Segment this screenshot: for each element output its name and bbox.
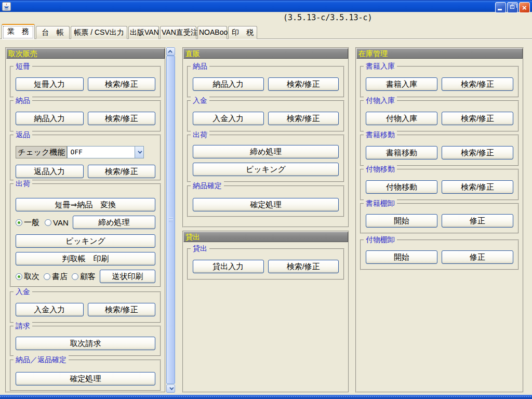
group-shoseki-ido: 書籍移動 書籍移動 検索/修正 — [360, 135, 519, 166]
minimize-button[interactable] — [495, 2, 506, 13]
chokuhan-kakutei-shori-button[interactable]: 確定処理 — [193, 198, 339, 211]
group-tanzaku: 短冊 短冊入力 検索/修正 — [10, 66, 161, 98]
scroll-down-button[interactable] — [166, 384, 175, 393]
tanzaku-search-button[interactable]: 検索/修正 — [88, 77, 156, 91]
group-nouhin: 納品 納品入力 検索/修正 — [10, 100, 161, 132]
tab-choyho-csv[interactable]: 帳票 / CSV出力 — [71, 26, 127, 39]
shoseki-ido-input-button[interactable]: 書籍移動 — [366, 146, 437, 159]
radio-toritsugi-icon — [16, 273, 22, 280]
group-title-shoseki-tanaoroshi: 書籍棚卸 — [364, 199, 397, 208]
group-chokuhan-nouhin: 納品 納品入力 検索/修正 — [187, 66, 344, 98]
shoseki-ido-search-button[interactable]: 検索/修正 — [442, 146, 513, 159]
shoseki-tanaoroshi-fix-button[interactable]: 修正 — [442, 214, 513, 228]
chokuhan-nouhin-input-button[interactable]: 納品入力 — [193, 77, 264, 91]
chokuhan-nouhin-search-button[interactable]: 検索/修正 — [268, 77, 339, 91]
scrollbar-grip-icon — [169, 218, 173, 222]
java-cup-icon — [3, 3, 10, 10]
panel-header-chokuhan: 直販 — [183, 48, 348, 59]
tanzaku-to-nouhin-convert-button[interactable]: 短冊⇒納品 変換 — [16, 198, 155, 211]
minimize-icon — [498, 9, 502, 10]
tsukemono-tanaoroshi-fix-button[interactable]: 修正 — [442, 250, 513, 264]
shoseki-tanaoroshi-start-button[interactable]: 開始 — [366, 214, 437, 228]
group-title-shoseki-nyuko: 書籍入庫 — [364, 62, 397, 71]
check-function-select[interactable]: OFF — [67, 146, 144, 158]
group-kakutei: 納品／返品確定 確定処理 — [10, 360, 161, 391]
soujou-print-button[interactable]: 送状印刷 — [100, 270, 155, 283]
tsukemono-ido-input-button[interactable]: 付物移動 — [366, 180, 437, 194]
shoseki-nyuko-search-button[interactable]: 検索/修正 — [442, 77, 513, 91]
group-chokuhan-kakutei: 納品確定 確定処理 — [187, 185, 344, 217]
group-chokuhan-shukka: 出荷 締め処理 ピッキング — [187, 135, 344, 182]
radio-van[interactable]: VAN — [45, 218, 69, 227]
close-button[interactable]: × — [519, 2, 530, 13]
nouhin-search-button[interactable]: 検索/修正 — [88, 112, 156, 125]
tab-shuppan-van[interactable]: 出版VAN — [128, 26, 159, 39]
group-title-nouhin: 納品 — [14, 96, 32, 105]
group-title-shoseki-ido: 書籍移動 — [364, 130, 397, 139]
tanzaku-input-button[interactable]: 短冊入力 — [16, 77, 84, 91]
tab-van-chokujuchu[interactable]: VAN直受注 — [160, 26, 196, 39]
panel-chokuhan: 直販 納品 納品入力 検索/修正 入金 入金入力 検索/修正 出荷 締め処理 ピ… — [182, 47, 349, 228]
group-kashidashi: 貸出 貸出入力 検索/修正 — [187, 248, 344, 280]
radio-toritsugi[interactable]: 取次 — [16, 272, 39, 282]
window-bottom-border — [0, 395, 532, 399]
version-text: (3.5.13-c/3.5.13-c) — [283, 13, 373, 22]
hantoricho-print-button[interactable]: 判取帳 印刷 — [16, 252, 155, 265]
scrollbar-thumb[interactable] — [166, 56, 175, 384]
kashidashi-input-button[interactable]: 貸出入力 — [193, 260, 264, 273]
tab-noabook[interactable]: NOABook — [197, 26, 227, 39]
chokuhan-nyukin-search-button[interactable]: 検索/修正 — [268, 112, 339, 125]
chevron-down-icon — [169, 385, 174, 390]
kakutei-shori-button[interactable]: 確定処理 — [16, 372, 155, 385]
group-tsukemono-nyuko: 付物入庫 付物入庫 検索/修正 — [360, 100, 519, 132]
panel-zaiko-kanri: 在庫管理 書籍入庫 書籍入庫 検索/修正 付物入庫 付物入庫 検索/修正 書籍移… — [355, 47, 524, 393]
tab-gyomu[interactable]: 業 務 — [2, 24, 35, 39]
group-title-tsukemono-ido: 付物移動 — [364, 165, 397, 174]
nouhin-input-button[interactable]: 納品入力 — [16, 112, 84, 125]
henpin-input-button[interactable]: 返品入力 — [16, 165, 84, 178]
shoseki-nyuko-input-button[interactable]: 書籍入庫 — [366, 77, 437, 91]
tab-daicho[interactable]: 台 帳 — [36, 26, 70, 39]
soujou-target-radio-group: 取次 書店 顧客 — [16, 272, 96, 282]
scroll-up-button[interactable] — [166, 47, 175, 56]
tsukemono-ido-search-button[interactable]: 検索/修正 — [442, 180, 513, 194]
tsukemono-tanaoroshi-start-button[interactable]: 開始 — [366, 250, 437, 264]
radio-kokyaku[interactable]: 顧客 — [72, 272, 96, 282]
tsukemono-nyuko-input-button[interactable]: 付物入庫 — [366, 112, 437, 125]
chokuhan-shime-shori-button[interactable]: 締め処理 — [193, 145, 339, 158]
combo-dropdown-button[interactable] — [135, 147, 143, 158]
group-title-seikyu: 請求 — [14, 322, 32, 330]
radio-shoten-icon — [44, 273, 50, 280]
group-title-shukka: 出荷 — [14, 179, 32, 188]
picking-button[interactable]: ピッキング — [16, 234, 155, 248]
group-title-chokuhan-nouhin: 納品 — [191, 62, 209, 71]
close-icon: × — [522, 3, 527, 12]
group-title-tsukemono-nyuko: 付物入庫 — [364, 96, 397, 105]
toritsugi-seikyu-button[interactable]: 取次請求 — [16, 337, 155, 350]
tab-inzei[interactable]: 印 税 — [228, 26, 257, 39]
group-nyukin: 入金 入金入力 検索/修正 — [10, 291, 161, 323]
chokuhan-nyukin-input-button[interactable]: 入金入力 — [193, 112, 264, 125]
radio-kokyaku-icon — [72, 273, 78, 280]
group-tsukemono-tanaoroshi: 付物棚卸 開始 修正 — [360, 240, 519, 270]
radio-van-icon — [45, 219, 51, 226]
nyukin-search-button[interactable]: 検索/修正 — [88, 303, 156, 316]
nyukin-input-button[interactable]: 入金入力 — [16, 303, 84, 316]
restore-button[interactable] — [507, 2, 518, 13]
group-title-tanzaku: 短冊 — [14, 62, 32, 71]
henpin-search-button[interactable]: 検索/修正 — [88, 165, 156, 178]
group-title-tsukemono-tanaoroshi: 付物棚卸 — [364, 235, 397, 244]
shime-shori-button[interactable]: 締め処理 — [73, 216, 155, 229]
group-tsukemono-ido: 付物移動 付物移動 検索/修正 — [360, 169, 519, 201]
chokuhan-picking-button[interactable]: ピッキング — [193, 163, 339, 176]
radio-shoten[interactable]: 書店 — [44, 272, 68, 282]
left-panel-scrollbar[interactable] — [166, 47, 175, 393]
group-title-chokuhan-nyukin: 入金 — [191, 96, 209, 105]
tsukemono-nyuko-search-button[interactable]: 検索/修正 — [442, 112, 513, 125]
chevron-down-icon — [138, 149, 142, 153]
group-title-chokuhan-shukka: 出荷 — [191, 130, 209, 139]
radio-ippan[interactable]: 一般 — [16, 218, 39, 228]
kashidashi-search-button[interactable]: 検索/修正 — [268, 260, 339, 273]
panel-header-zaiko: 在庫管理 — [356, 48, 523, 59]
group-shoseki-tanaoroshi: 書籍棚卸 開始 修正 — [360, 203, 519, 234]
